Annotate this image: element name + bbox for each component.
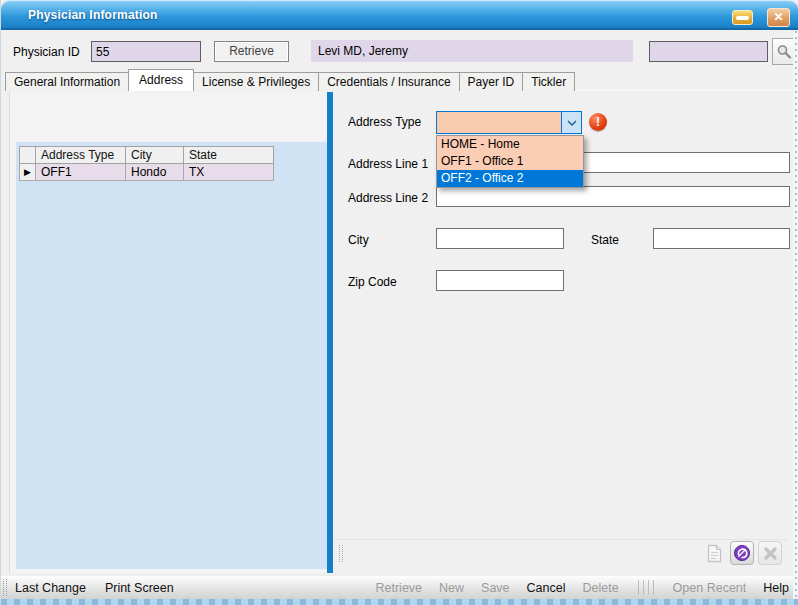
table-row[interactable]: ▶ OFF1 Hondo TX [20,164,274,181]
cell-city: Hondo [126,164,184,181]
tab-bar: General Information Address License & Pr… [5,69,575,91]
tab-license-privileges[interactable]: License & Privileges [193,72,319,91]
physician-id-label: Physician ID [13,45,80,59]
tab-address[interactable]: Address [128,69,194,91]
row-selector-header [20,147,36,164]
physician-name-display: Levi MD, Jeremy [311,40,633,62]
row-selector-icon: ▶ [20,164,36,181]
address-grid-header-row: Address Type City State [20,147,274,164]
city-input[interactable] [436,228,564,249]
address-type-value[interactable] [437,112,561,133]
address-grid: Address Type City State ▶ OFF1 Hondo TX [19,146,274,181]
address-line2-input[interactable] [436,186,790,207]
cell-state: TX [184,164,274,181]
window-right-edge [793,31,798,599]
clear-button[interactable] [758,541,782,565]
search-icon [776,44,792,60]
toolbar-grip [339,545,343,562]
help-command[interactable]: Help [763,581,789,595]
print-screen-button[interactable]: Print Screen [105,581,174,595]
cancel-command[interactable]: Cancel [527,581,566,595]
window-title: Physician Information [28,8,158,22]
address-form-panel: Address Type ! HOME - Home OFF1 - Office… [333,92,791,573]
cell-address-type: OFF1 [36,164,126,181]
document-icon [706,544,723,563]
address-list-panel: Address Type City State ▶ OFF1 Hondo TX [9,92,327,573]
city-label: City [348,233,369,247]
address-type-dropdown-list: HOME - Home OFF1 - Office 1 OFF2 - Offic… [436,135,584,188]
chevron-down-icon [567,120,577,126]
dropdown-option-off1[interactable]: OFF1 - Office 1 [437,153,583,170]
clear-x-icon [763,546,778,561]
state-input[interactable] [653,228,790,249]
titlebar[interactable]: Physician Information ✕ [1,0,798,30]
address-grid-background: Address Type City State ▶ OFF1 Hondo TX [16,142,328,569]
physician-search-input[interactable] [649,41,768,62]
purple-app-icon [733,544,751,562]
statusbar-grip [3,579,7,596]
tab-general-information[interactable]: General Information [5,72,129,91]
purple-app-button[interactable] [730,541,754,565]
dropdown-option-home[interactable]: HOME - Home [437,136,583,153]
column-header-state: State [184,147,274,164]
column-header-city: City [126,147,184,164]
address-type-label: Address Type [348,115,421,129]
address-type-combobox[interactable] [436,111,582,134]
column-header-address-type: Address Type [36,147,126,164]
tab-credentials-insurance[interactable]: Credentials / Insurance [318,72,459,91]
combobox-dropdown-button[interactable] [561,112,581,133]
form-toolbar [335,539,788,566]
validation-error-icon: ! [589,113,607,131]
minimize-button[interactable] [732,10,753,25]
status-bar: Last Change Print Screen Retrieve New Sa… [1,575,798,599]
physician-information-window: Physician Information ✕ Physician ID Ret… [0,0,798,605]
open-recent-command[interactable]: Open Recent [673,581,747,595]
physician-id-input[interactable] [91,41,201,62]
retrieve-command[interactable]: Retrieve [375,581,422,595]
new-command[interactable]: New [439,581,464,595]
address-line2-label: Address Line 2 [348,191,428,205]
minimize-icon [736,16,749,20]
retrieve-button[interactable]: Retrieve [214,41,289,62]
address-line1-label: Address Line 1 [348,157,428,171]
zip-code-input[interactable] [436,270,564,291]
zip-code-label: Zip Code [348,275,397,289]
last-change-button[interactable]: Last Change [15,581,86,595]
dropdown-option-off2[interactable]: OFF2 - Office 2 [437,170,583,187]
delete-command[interactable]: Delete [582,581,618,595]
close-button[interactable]: ✕ [767,8,790,27]
document-button[interactable] [702,541,726,565]
window-bottom-edge [1,599,798,605]
save-command[interactable]: Save [481,581,510,595]
state-label: State [591,233,619,247]
tab-tickler[interactable]: Tickler [522,72,575,91]
statusbar-separator [638,580,654,595]
close-icon: ✕ [773,10,783,24]
tab-payer-id[interactable]: Payer ID [459,72,524,91]
